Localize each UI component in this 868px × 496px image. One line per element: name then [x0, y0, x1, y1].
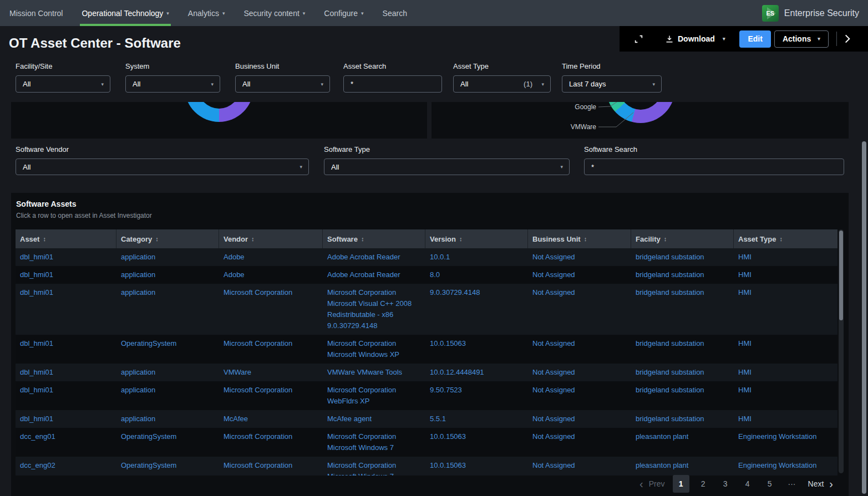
facility-site-dropdown[interactable]: All ▾: [16, 75, 110, 93]
nav-item[interactable]: Security content ▾: [234, 0, 314, 26]
cell-software[interactable]: Adobe Acrobat Reader: [323, 266, 425, 284]
cell-business-unit[interactable]: Not Assigned: [528, 428, 631, 457]
cell-software[interactable]: Microsoft Corporation WebFldrs XP: [323, 381, 425, 410]
cell-facility[interactable]: bridgeland substation: [631, 364, 734, 381]
enterprise-security-logo[interactable]: ES: [762, 5, 779, 22]
cell-vendor[interactable]: Adobe: [219, 248, 323, 266]
asset-type-dropdown[interactable]: All (1) ▾: [453, 75, 551, 93]
cell-asset[interactable]: dbl_hmi01: [16, 410, 116, 428]
pagination-page[interactable]: 5: [762, 475, 778, 493]
cell-facility[interactable]: bridgeland substation: [631, 381, 734, 410]
column-header[interactable]: Category ↕: [116, 229, 219, 248]
cell-facility[interactable]: bridgeland substation: [631, 335, 734, 364]
cell-vendor[interactable]: Adobe: [219, 266, 323, 284]
cell-software[interactable]: McAfee agent: [323, 410, 425, 428]
cell-asset-type[interactable]: Engineering Workstation: [734, 428, 837, 457]
column-header[interactable]: Asset ↕: [16, 229, 116, 248]
nav-item[interactable]: Configure ▾: [314, 0, 373, 26]
nav-item[interactable]: Search ▾: [373, 0, 417, 26]
cell-asset-type[interactable]: HMI: [734, 335, 837, 364]
software-search-input[interactable]: [591, 163, 837, 171]
cell-business-unit[interactable]: Not Assigned: [528, 364, 631, 381]
table-row[interactable]: dcc_eng02 OperatingSystem Microsoft Corp…: [16, 457, 837, 475]
column-header[interactable]: Asset Type ↕: [734, 229, 837, 248]
cell-version[interactable]: 9.50.7523: [425, 381, 528, 410]
cell-asset-type[interactable]: HMI: [734, 381, 837, 410]
cell-business-unit[interactable]: Not Assigned: [528, 381, 631, 410]
cell-asset-type[interactable]: HMI: [734, 266, 837, 284]
cell-software[interactable]: Microsoft Corporation Microsoft Windows …: [323, 428, 425, 457]
cell-vendor[interactable]: Microsoft Corporation: [219, 335, 323, 364]
software-vendor-dropdown[interactable]: All ▾: [16, 158, 309, 175]
table-row[interactable]: dbl_hmi01 OperatingSystem Microsoft Corp…: [16, 335, 837, 364]
asset-search-input[interactable]: [351, 80, 435, 88]
cell-asset[interactable]: dcc_eng01: [16, 428, 116, 457]
pagination-page[interactable]: ···: [784, 475, 800, 493]
cell-vendor[interactable]: McAfee: [219, 410, 323, 428]
pagination-page[interactable]: 4: [739, 475, 756, 493]
cell-software[interactable]: Microsoft Corporation Microsoft Windows …: [323, 457, 425, 475]
cell-asset-type[interactable]: HMI: [734, 284, 837, 335]
nav-item[interactable]: Operational Technology ▾: [72, 0, 178, 26]
cell-business-unit[interactable]: Not Assigned: [528, 284, 631, 335]
cell-facility[interactable]: pleasanton plant: [631, 457, 734, 475]
cell-category[interactable]: OperatingSystem: [116, 457, 219, 475]
pagination-page[interactable]: 3: [717, 475, 734, 493]
cell-asset[interactable]: dbl_hmi01: [16, 248, 116, 266]
table-row[interactable]: dbl_hmi01 application VMWare VMWare VMwa…: [16, 364, 837, 381]
cell-facility[interactable]: bridgeland substation: [631, 266, 734, 284]
cell-category[interactable]: application: [116, 410, 219, 428]
cell-version[interactable]: 5.5.1: [425, 410, 528, 428]
cell-business-unit[interactable]: Not Assigned: [528, 335, 631, 364]
cell-business-unit[interactable]: Not Assigned: [528, 410, 631, 428]
cell-asset[interactable]: dbl_hmi01: [16, 335, 116, 364]
cell-vendor[interactable]: Microsoft Corporation: [219, 428, 323, 457]
cell-version[interactable]: 10.0.1: [425, 248, 528, 266]
column-header[interactable]: Software ↕: [323, 229, 425, 248]
system-dropdown[interactable]: All ▾: [125, 75, 220, 93]
cell-version[interactable]: 9.0.30729.4148: [425, 284, 528, 335]
cell-asset[interactable]: dbl_hmi01: [16, 364, 116, 381]
table-row[interactable]: dcc_eng01 OperatingSystem Microsoft Corp…: [16, 428, 837, 457]
cell-software[interactable]: Adobe Acrobat Reader: [323, 248, 425, 266]
cell-facility[interactable]: bridgeland substation: [631, 248, 734, 266]
cell-asset-type[interactable]: Engineering Workstation: [734, 457, 837, 475]
cell-software[interactable]: VMWare VMware Tools: [323, 364, 425, 381]
cell-category[interactable]: application: [116, 284, 219, 335]
cell-vendor[interactable]: Microsoft Corporation: [219, 457, 323, 475]
column-header[interactable]: Business Unit ↕: [528, 229, 631, 248]
cell-vendor[interactable]: VMWare: [219, 364, 323, 381]
column-header[interactable]: Facility ↕: [631, 229, 734, 248]
cell-facility[interactable]: bridgeland substation: [631, 410, 734, 428]
time-period-dropdown[interactable]: Last 7 days ▾: [562, 75, 662, 93]
cell-version[interactable]: 8.0: [425, 266, 528, 284]
pagination-prev[interactable]: ‹ Prev: [636, 478, 668, 489]
table-scrollbar-thumb[interactable]: [839, 231, 843, 320]
cell-business-unit[interactable]: Not Assigned: [528, 248, 631, 266]
table-row[interactable]: dbl_hmi01 application Adobe Adobe Acroba…: [16, 248, 837, 266]
table-row[interactable]: dbl_hmi01 application McAfee McAfee agen…: [16, 410, 837, 428]
table-row[interactable]: dbl_hmi01 application Microsoft Corporat…: [16, 284, 837, 335]
cell-asset[interactable]: dcc_eng02: [16, 457, 116, 475]
expand-button[interactable]: [634, 34, 643, 44]
page-scrollbar-thumb[interactable]: [862, 141, 866, 494]
cell-vendor[interactable]: Microsoft Corporation: [219, 381, 323, 410]
cell-version[interactable]: 10.0.12.4448491: [425, 364, 528, 381]
pagination-next[interactable]: Next ›: [805, 478, 836, 489]
cell-version[interactable]: 10.0.15063: [425, 335, 528, 364]
cell-asset-type[interactable]: HMI: [734, 364, 837, 381]
column-header[interactable]: Version ↕: [425, 229, 528, 248]
cell-asset[interactable]: dbl_hmi01: [16, 381, 116, 410]
cell-category[interactable]: OperatingSystem: [116, 335, 219, 364]
edit-button[interactable]: Edit: [739, 30, 770, 48]
cell-category[interactable]: application: [116, 248, 219, 266]
software-type-dropdown[interactable]: All ▾: [324, 158, 570, 175]
cell-version[interactable]: 10.0.15063: [425, 428, 528, 457]
pagination-page[interactable]: 2: [695, 475, 712, 493]
cell-version[interactable]: 10.0.15063: [425, 457, 528, 475]
cell-asset-type[interactable]: HMI: [734, 248, 837, 266]
nav-item[interactable]: Mission Control ▾: [0, 0, 72, 26]
cell-category[interactable]: application: [116, 364, 219, 381]
cell-vendor[interactable]: Microsoft Corporation: [219, 284, 323, 335]
cell-business-unit[interactable]: Not Assigned: [528, 266, 631, 284]
